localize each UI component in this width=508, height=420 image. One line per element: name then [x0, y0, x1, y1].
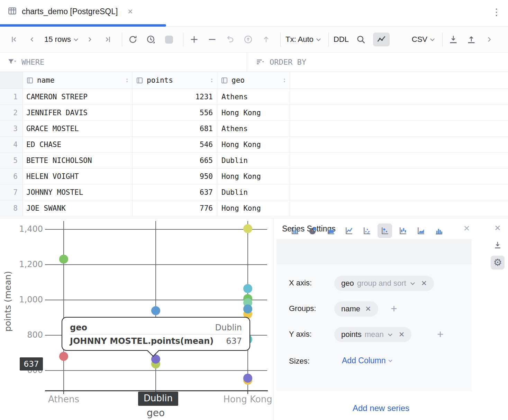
y-axis-pill[interactable]: points mean ✕ [334, 327, 411, 342]
chart-toggle-button[interactable] [373, 33, 390, 46]
data-point[interactable] [151, 306, 160, 315]
data-point[interactable] [59, 255, 68, 264]
kebab-menu-icon[interactable]: ⋮ [492, 8, 501, 17]
cell-name[interactable]: JENNIFER DAVIS [23, 105, 133, 120]
sort-lines-icon [256, 58, 265, 67]
more-toolbar-chevron[interactable] [483, 34, 495, 45]
column-header-name[interactable]: name ▴▾ [23, 72, 133, 89]
sort-arrows-icon[interactable]: ▴▾ [126, 77, 128, 83]
add-y-axis-button[interactable]: + [437, 329, 444, 340]
submit-button[interactable] [242, 34, 254, 45]
where-filter-input[interactable]: WHERE [0, 58, 247, 67]
tab-close-icon[interactable]: ✕ [127, 8, 133, 16]
x-axis-pill[interactable]: geo group and sort ✕ [334, 276, 434, 291]
gutter-header [0, 72, 23, 89]
previous-page-button[interactable] [26, 34, 38, 45]
chart-type-line-icon[interactable] [342, 223, 356, 238]
search-button[interactable] [355, 34, 367, 45]
undo-button[interactable] [224, 34, 236, 45]
cell-name[interactable]: HELEN VOIGHT [23, 168, 133, 184]
tx-mode-dropdown[interactable]: Tx: Auto [285, 35, 320, 44]
cell-name[interactable]: JOE SWANK [23, 200, 133, 216]
delete-row-button[interactable] [206, 34, 218, 45]
remove-y-axis-icon[interactable]: ✕ [399, 330, 405, 339]
tooltip-header-value: Dublin [215, 323, 242, 332]
cell-geo[interactable]: Hong Kong [217, 105, 290, 120]
tooltip-series-label: JOHNNY MOSTEL.points(mean) [70, 336, 214, 346]
funnel-icon [8, 58, 17, 67]
chart-type-pie-icon[interactable] [306, 223, 320, 238]
chart-type-histogram-icon[interactable] [432, 223, 446, 238]
chart-type-bubble-icon[interactable] [378, 223, 392, 238]
tab-title: charts_demo [PostgreSQL] [22, 7, 118, 16]
cell-geo[interactable]: Hong Kong [217, 200, 290, 216]
cell-geo[interactable]: Hong Kong [217, 168, 290, 184]
first-page-button[interactable] [8, 34, 20, 45]
export-button[interactable] [465, 34, 477, 45]
x-axis-mode: group and sort [357, 279, 406, 288]
grid-header-row: name ▴▾ points ▴▾ geo ▴▾ [0, 72, 508, 89]
remove-group-icon[interactable]: ✕ [365, 305, 371, 313]
cell-geo[interactable]: Dublin [217, 153, 290, 168]
row-number: 4 [0, 137, 23, 152]
cell-points[interactable]: 546 [133, 137, 217, 152]
download-chart-button[interactable] [491, 238, 505, 252]
cell-points[interactable]: 681 [133, 121, 217, 136]
ddl-button[interactable]: DDL [334, 35, 349, 44]
cell-geo[interactable]: Dublin [217, 184, 290, 200]
sort-arrows-icon[interactable]: ▴▾ [211, 77, 213, 83]
cell-name[interactable]: BETTE NICHOLSON [23, 153, 133, 168]
push-button[interactable] [260, 34, 272, 45]
stop-button[interactable] [163, 34, 175, 45]
table-row: 1CAMERON STREEP1231Athens [0, 89, 508, 105]
cell-points[interactable]: 556 [133, 105, 217, 120]
cell-geo[interactable]: Athens [217, 89, 290, 104]
cell-geo[interactable]: Hong Kong [217, 137, 290, 152]
add-row-button[interactable] [188, 34, 200, 45]
chart-type-stream-icon[interactable] [414, 223, 428, 238]
chevron-down-icon[interactable] [388, 332, 392, 336]
cell-name[interactable]: CAMERON STREEP [23, 89, 133, 104]
sizes-add-column-link[interactable]: Add Column [342, 356, 392, 365]
refresh-button[interactable] [127, 34, 139, 45]
chart-type-area-icon[interactable] [324, 223, 338, 238]
cell-name[interactable]: JOHNNY MOSTEL [23, 184, 133, 200]
column-header-points[interactable]: points ▴▾ [133, 72, 217, 89]
column-header-geo[interactable]: geo ▴▾ [217, 72, 290, 89]
data-point[interactable] [243, 304, 252, 313]
chart-type-bar-icon[interactable] [288, 223, 302, 238]
page-size-dropdown[interactable]: 15 rows [44, 35, 78, 44]
tab-charts-demo[interactable]: charts_demo [PostgreSQL] ✕ [8, 6, 133, 17]
cell-name[interactable]: ED CHASE [23, 137, 133, 152]
panel-close-icon[interactable]: ✕ [463, 224, 470, 233]
cell-points[interactable]: 1231 [133, 89, 217, 104]
sort-arrows-icon[interactable]: ▴▾ [283, 77, 285, 83]
data-point[interactable] [59, 352, 68, 361]
groups-pill[interactable]: name ✕ [334, 301, 378, 317]
chart-type-range-column-icon[interactable] [396, 223, 410, 238]
cell-points[interactable]: 776 [133, 200, 217, 216]
last-page-button[interactable] [102, 34, 114, 45]
import-button[interactable] [447, 34, 459, 45]
y-axis-aggregate: mean [365, 330, 384, 339]
cell-name[interactable]: GRACE MOSTEL [23, 121, 133, 136]
cell-points[interactable]: 950 [133, 168, 217, 184]
chevron-down-icon[interactable] [410, 281, 415, 285]
chart-settings-button[interactable]: ⚙ [491, 256, 505, 270]
add-new-series-link[interactable]: Add new series [274, 403, 488, 413]
next-page-button[interactable] [84, 34, 96, 45]
cell-points[interactable]: 637 [133, 184, 217, 200]
add-group-button[interactable]: + [391, 303, 397, 314]
remove-x-axis-icon[interactable]: ✕ [421, 279, 427, 287]
cell-geo[interactable]: Athens [217, 121, 290, 136]
order-by-input[interactable]: ORDER BY [247, 58, 306, 67]
data-point[interactable] [243, 284, 252, 293]
export-format-dropdown[interactable]: CSV [412, 35, 434, 44]
h-gridline [45, 229, 267, 230]
table-icon [8, 6, 17, 17]
history-clock-button[interactable] [145, 34, 157, 45]
data-point[interactable] [243, 224, 252, 233]
chart-type-scatter-icon[interactable] [360, 223, 374, 238]
cell-points[interactable]: 665 [133, 153, 217, 168]
close-chart-icon[interactable]: ✕ [491, 221, 505, 235]
